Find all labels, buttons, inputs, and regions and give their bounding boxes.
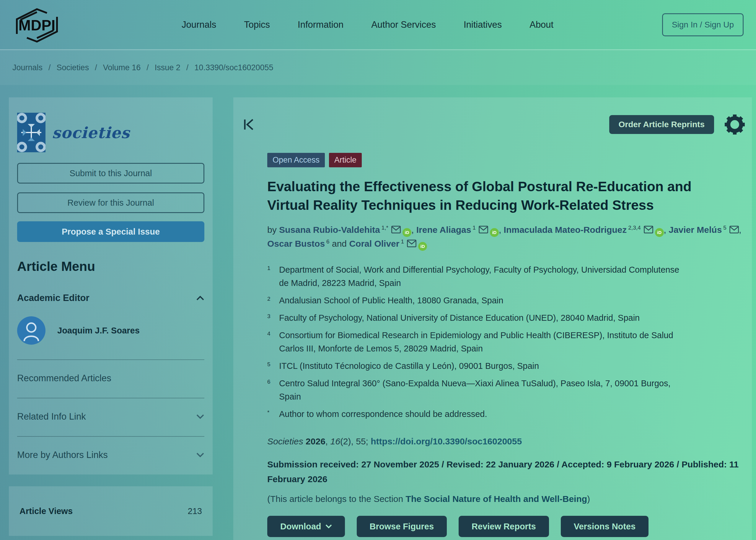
review-for-journal-button[interactable]: Review for this Journal xyxy=(17,193,204,213)
nav-journals[interactable]: Journals xyxy=(182,20,216,30)
academic-editor-label: Academic Editor xyxy=(17,293,90,303)
email-icon[interactable] xyxy=(644,226,653,233)
nav-information[interactable]: Information xyxy=(298,20,343,30)
chevron-up-icon xyxy=(196,296,204,300)
svg-text:MDPI: MDPI xyxy=(19,17,56,34)
breadcrumb-issue[interactable]: Issue 2 xyxy=(155,63,180,72)
academic-editor-name[interactable]: Joaquim J.F. Soares xyxy=(57,326,140,336)
chevron-down-icon xyxy=(325,524,332,528)
versions-notes-button[interactable]: Versions Notes xyxy=(561,516,649,537)
breadcrumb-doi: 10.3390/soc16020055 xyxy=(194,63,273,72)
collapse-sidebar-icon[interactable] xyxy=(242,118,256,131)
academic-editor: Joaquim J.F. Soares xyxy=(17,316,204,345)
breadcrumb-separator: / xyxy=(49,63,51,72)
academic-editor-toggle[interactable]: Academic Editor xyxy=(17,293,204,303)
article-menu-title: Article Menu xyxy=(17,259,204,274)
citation-issue-pages: (2), 55; xyxy=(340,437,371,446)
mdpi-logo-icon: MDPI xyxy=(10,6,64,44)
author[interactable]: Inmaculada Mateo-Rodriguez2,3,4iD, xyxy=(504,225,669,235)
author[interactable]: Irene Aliagas1iD, xyxy=(416,225,504,235)
action-buttons: Download Browse Figures Review Reports V… xyxy=(267,516,752,537)
article-views-panel: Article Views 213 xyxy=(9,486,213,536)
journal-logo[interactable]: societies xyxy=(17,113,204,152)
breadcrumb: Journals / Societies / Volume 16 / Issue… xyxy=(0,50,756,85)
browse-figures-button[interactable]: Browse Figures xyxy=(357,516,447,537)
sidebar-item-related-info[interactable]: Related Info Link xyxy=(17,398,204,436)
email-icon[interactable] xyxy=(729,226,739,233)
citation-volume: 16 xyxy=(330,437,340,446)
affiliation: 6 Centro Salud Integral 360° (Sano-Expal… xyxy=(267,377,752,403)
breadcrumb-journals[interactable]: Journals xyxy=(12,63,43,72)
by-word: by xyxy=(267,225,279,235)
download-button[interactable]: Download xyxy=(267,516,345,537)
sign-in-button[interactable]: Sign In / Sign Up xyxy=(662,13,744,36)
journal-name-italic: Societies xyxy=(267,437,306,446)
correspondence-note: * Author to whom correspondence should b… xyxy=(267,408,752,421)
review-reports-button[interactable]: Review Reports xyxy=(459,516,549,537)
propose-special-issue-button[interactable]: Propose a Special Issue xyxy=(17,221,204,242)
nav-about[interactable]: About xyxy=(529,20,553,30)
doi-link[interactable]: https://doi.org/10.3390/soc16020055 xyxy=(371,437,522,446)
author[interactable]: Javier Melús5, xyxy=(668,225,741,235)
chevron-down-icon xyxy=(196,414,204,419)
submission-dates: Submission received: 27 November 2025 / … xyxy=(267,457,752,486)
email-icon[interactable] xyxy=(407,240,416,247)
affiliation: 3 Faculty of Psychology, National Univer… xyxy=(267,311,752,325)
open-access-badge: Open Access xyxy=(267,153,325,167)
article-type-badge: Article xyxy=(329,153,362,167)
order-reprints-button[interactable]: Order Article Reprints xyxy=(609,115,714,134)
mdpi-logo[interactable]: MDPI xyxy=(10,6,64,44)
breadcrumb-societies[interactable]: Societies xyxy=(57,63,89,72)
sidebar-item-recommended-articles[interactable]: Recommended Articles xyxy=(17,360,204,398)
author[interactable]: Coral Oliver1iD xyxy=(349,239,427,248)
chevron-down-icon xyxy=(196,453,204,458)
and-word: and xyxy=(329,239,349,248)
badges-row: Open Access Article xyxy=(267,153,752,167)
sidebar-item-more-by-authors[interactable]: More by Authors Links xyxy=(17,437,204,474)
sidebar-item-label: Related Info Link xyxy=(17,411,86,422)
nav-author-services[interactable]: Author Services xyxy=(371,20,436,30)
author-list: by Susana Rubio-Valdehita1,*iD, Irene Al… xyxy=(267,223,752,251)
article-panel: Order Article Reprints xyxy=(233,97,752,540)
journal-name: societies xyxy=(52,124,130,142)
breadcrumb-volume[interactable]: Volume 16 xyxy=(103,63,141,72)
section-note: (This article belongs to the Section The… xyxy=(267,494,752,504)
breadcrumb-separator: / xyxy=(95,63,97,72)
citation-line: Societies 2026, 16(2), 55; https://doi.o… xyxy=(267,437,752,447)
affiliation: 1 Department of Social, Work and Differe… xyxy=(267,263,752,290)
breadcrumb-separator: / xyxy=(146,63,149,72)
site-header: MDPI Journals Topics Information Author … xyxy=(0,0,756,50)
journal-sidebar: societies Submit to this Journal Review … xyxy=(9,97,213,474)
affiliation-list: 1 Department of Social, Work and Differe… xyxy=(267,263,752,421)
author[interactable]: Oscar Bustos6 xyxy=(267,239,329,248)
sidebar-item-label: More by Authors Links xyxy=(17,450,108,460)
societies-logo-icon xyxy=(17,113,46,152)
citation-year: 2026 xyxy=(306,437,325,446)
affiliation: 4 Consortium for Biomedical Research in … xyxy=(267,329,752,355)
breadcrumb-separator: / xyxy=(186,63,189,72)
orcid-icon[interactable]: iD xyxy=(490,228,499,237)
author[interactable]: Susana Rubio-Valdehita1,*iD, xyxy=(279,225,416,235)
email-icon[interactable] xyxy=(391,226,401,233)
orcid-icon[interactable]: iD xyxy=(403,228,411,237)
section-link[interactable]: The Social Nature of Health and Well-Bei… xyxy=(406,494,587,504)
article-views-label: Article Views xyxy=(20,506,73,516)
article-views-value: 213 xyxy=(188,506,202,516)
article-toolbar: Order Article Reprints xyxy=(233,97,752,135)
main-nav: Journals Topics Information Author Servi… xyxy=(182,20,553,30)
person-icon xyxy=(17,316,46,345)
submit-to-journal-button[interactable]: Submit to this Journal xyxy=(17,163,204,184)
nav-initiatives[interactable]: Initiatives xyxy=(464,20,502,30)
nav-topics[interactable]: Topics xyxy=(244,20,270,30)
article-content: Open Access Article Evaluating the Effec… xyxy=(233,153,752,537)
orcid-icon[interactable]: iD xyxy=(655,228,664,237)
avatar xyxy=(17,316,46,345)
article-title: Evaluating the Effectiveness of Global P… xyxy=(267,177,728,214)
page: MDPI Journals Topics Information Author … xyxy=(0,0,756,540)
sidebar-item-label: Recommended Articles xyxy=(17,373,111,384)
affiliation: 5 ITCL (Instituto Técnologico de Castill… xyxy=(267,359,752,373)
affiliation: 2 Andalusian School of Public Health, 18… xyxy=(267,294,752,307)
settings-gear-icon[interactable] xyxy=(724,114,745,135)
orcid-icon[interactable]: iD xyxy=(418,242,427,251)
email-icon[interactable] xyxy=(479,226,488,233)
